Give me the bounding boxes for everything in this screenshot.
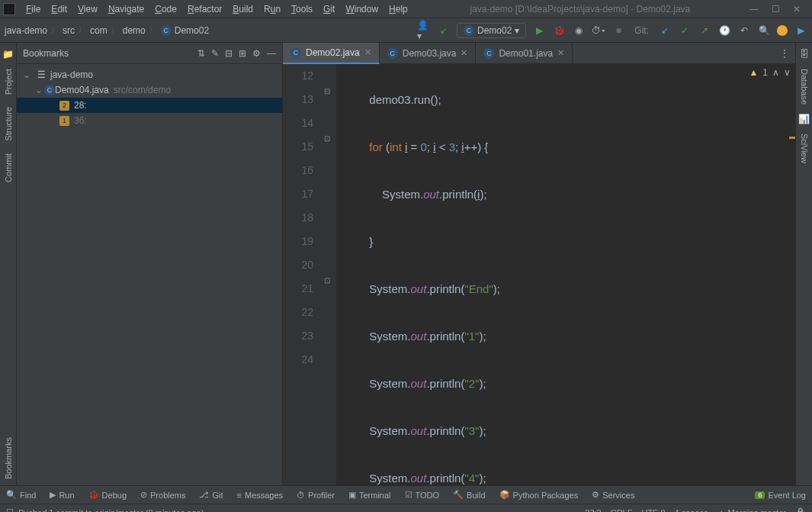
filter-icon[interactable]: ⇅ xyxy=(197,48,205,59)
breadcrumb-item[interactable]: demo xyxy=(123,25,146,36)
editor-tab[interactable]: C Demo01.java ✕ xyxy=(476,43,573,64)
menu-edit[interactable]: Edit xyxy=(47,2,72,16)
chevron-right-icon: 〉 xyxy=(50,24,59,37)
fold-mark-icon[interactable]: ⊡ xyxy=(324,276,333,285)
back-arrow-icon[interactable]: ↙ xyxy=(437,24,451,37)
menu-git[interactable]: Git xyxy=(319,2,339,16)
menu-view[interactable]: View xyxy=(73,2,102,16)
next-highlight-icon[interactable]: ∨ xyxy=(784,67,791,78)
debug-tool[interactable]: 🐞 Debug xyxy=(88,490,127,500)
expand-icon[interactable]: ⊟ xyxy=(225,48,233,59)
collapse-icon[interactable]: ⊞ xyxy=(239,48,246,59)
hide-icon[interactable]: — xyxy=(267,48,276,59)
warning-icon[interactable]: ▲ xyxy=(749,67,758,78)
git-branch[interactable]: ▲ Merging master xyxy=(717,508,786,513)
breadcrumb-item[interactable]: com xyxy=(90,25,108,36)
app-icon xyxy=(3,3,15,15)
bookmark-row[interactable]: 1 36: xyxy=(17,113,282,128)
rail-commit[interactable]: Commit xyxy=(4,153,13,182)
menu-run[interactable]: Run xyxy=(259,2,285,16)
todo-tool[interactable]: ☑ TODO xyxy=(405,490,440,500)
find-tool[interactable]: 🔍 Find xyxy=(6,490,36,500)
terminal-tool[interactable]: ▣ Terminal xyxy=(348,490,391,500)
breadcrumb-item[interactable]: src xyxy=(63,25,75,36)
build-tool[interactable]: 🔨 Build xyxy=(453,490,485,500)
rail-sciview[interactable]: SciView xyxy=(800,134,809,163)
gear-icon[interactable]: ⚙ xyxy=(252,48,261,59)
prev-highlight-icon[interactable]: ∧ xyxy=(772,67,779,78)
line-separator[interactable]: CRLF xyxy=(611,508,633,513)
rail-database[interactable]: Database xyxy=(800,69,809,105)
indent[interactable]: 4 spaces xyxy=(675,508,708,513)
git-history-icon[interactable]: 🕐 xyxy=(717,24,731,37)
stop-button[interactable]: ■ xyxy=(611,24,625,37)
vcs-log-icon[interactable]: ☐ xyxy=(6,507,14,512)
edit-icon[interactable]: ✎ xyxy=(211,48,219,59)
menu-window[interactable]: Window xyxy=(341,2,383,16)
run-tool[interactable]: ▶ Run xyxy=(50,490,74,500)
search-icon[interactable]: 🔍 xyxy=(757,24,771,37)
menu-build[interactable]: Build xyxy=(228,2,258,16)
messages-tool[interactable]: ≡ Messages xyxy=(237,491,284,500)
editor-scrollbar[interactable] xyxy=(786,64,795,485)
tree-root[interactable]: ⌄ ☰ java-demo xyxy=(17,67,282,82)
breadcrumb-item[interactable]: java-demo xyxy=(5,25,47,36)
fold-gutter[interactable]: ⊟ ⊡ ⊡ xyxy=(323,64,336,485)
user-icon[interactable]: 👤▾ xyxy=(417,24,431,37)
git-commit-icon[interactable]: ✓ xyxy=(678,24,692,37)
close-icon[interactable]: ✕ xyxy=(557,48,564,58)
git-push-icon[interactable]: ↗ xyxy=(698,24,711,37)
services-tool[interactable]: ⚙ Services xyxy=(592,490,634,500)
menu-navigate[interactable]: Navigate xyxy=(104,2,149,16)
breadcrumb-item[interactable]: Demo02 xyxy=(175,25,209,36)
line-gutter[interactable]: 12131415161718192021222324 xyxy=(283,64,323,485)
rail-bookmarks[interactable]: Bookmarks xyxy=(4,437,13,479)
encoding[interactable]: UTF-8 xyxy=(641,508,665,513)
debug-button[interactable]: 🐞 xyxy=(552,24,566,37)
tree-file[interactable]: ⌄ C Demo04.java src/com/demo xyxy=(17,82,282,98)
menu-file[interactable]: File xyxy=(21,2,45,16)
project-icon[interactable]: 📁 xyxy=(2,49,14,60)
event-log-tool[interactable]: 6 Event Log xyxy=(755,491,806,500)
bookmark-label: 28: xyxy=(74,100,87,111)
tab-menu-icon[interactable]: ⋮ xyxy=(774,48,795,59)
editor-tab[interactable]: C Demo03.java ✕ xyxy=(380,43,477,64)
close-icon[interactable]: ✕ xyxy=(461,48,467,58)
ide-update-icon[interactable] xyxy=(777,25,788,36)
python-packages-tool[interactable]: 📦 Python Packages xyxy=(499,490,579,500)
menu-code[interactable]: Code xyxy=(150,2,181,16)
code-with-me-icon[interactable]: ▶ xyxy=(794,24,807,37)
close-icon[interactable]: ✕ xyxy=(364,47,371,57)
close-button[interactable]: ✕ xyxy=(791,4,803,14)
code-area[interactable]: ▲ 1 ∧ ∨ 12131415161718192021222324 ⊟ ⊡ ⊡… xyxy=(283,64,795,485)
profiler-tool[interactable]: ⏱ Profiler xyxy=(297,491,335,500)
maximize-button[interactable]: ☐ xyxy=(769,4,782,14)
menu-refactor[interactable]: Refactor xyxy=(183,2,226,16)
fold-mark-icon[interactable]: ⊟ xyxy=(324,87,333,96)
bookmark-row[interactable]: 2 28: xyxy=(17,98,282,113)
cursor-position[interactable]: 23:2 xyxy=(585,508,601,513)
git-update-icon[interactable]: ↙ xyxy=(658,24,672,37)
sciview-icon[interactable]: 📊 xyxy=(798,114,810,124)
database-icon[interactable]: 🗄 xyxy=(800,49,809,60)
profile-button[interactable]: ⏱▾ xyxy=(592,24,605,37)
lock-icon[interactable]: 🔒 xyxy=(795,507,806,512)
fold-mark-icon[interactable]: ⊡ xyxy=(324,134,333,143)
right-tool-rail: 🗄 Database 📊 SciView xyxy=(795,43,812,485)
list-icon: ☰ xyxy=(35,69,47,81)
menu-tools[interactable]: Tools xyxy=(287,2,317,16)
git-tool[interactable]: ⎇ Git xyxy=(199,490,223,500)
undo-icon[interactable]: ↶ xyxy=(737,24,751,37)
rail-project[interactable]: Project xyxy=(4,69,13,95)
chevron-down-icon: ▾ xyxy=(515,25,519,36)
minimize-button[interactable]: — xyxy=(748,4,760,14)
rail-structure[interactable]: Structure xyxy=(4,107,13,141)
coverage-button[interactable]: ◉ xyxy=(572,24,586,37)
menu-help[interactable]: Help xyxy=(384,2,412,16)
run-config-selector[interactable]: C Demo02 ▾ xyxy=(457,23,526,38)
problems-tool[interactable]: ⊘ Problems xyxy=(140,490,185,500)
run-button[interactable]: ▶ xyxy=(532,24,546,37)
code-content[interactable]: demo03.run(); for (int i = 0; i < 3; i++… xyxy=(336,64,795,485)
scroll-warning-mark[interactable] xyxy=(789,137,795,139)
editor-tab[interactable]: C Demo02.java ✕ xyxy=(283,43,380,64)
